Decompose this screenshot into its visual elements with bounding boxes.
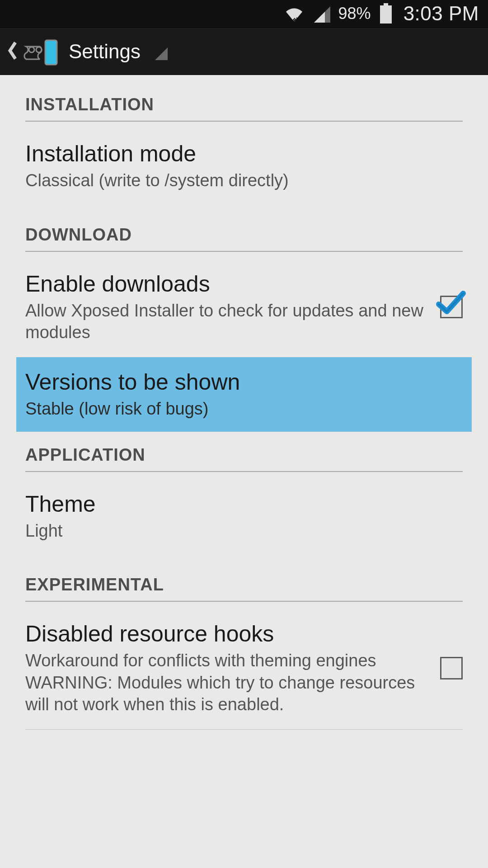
- status-bar: 98% 3:03 PM: [0, 0, 488, 27]
- section-download: DOWNLOAD: [0, 205, 488, 257]
- item-subtitle: Light: [25, 520, 463, 542]
- spinner-icon[interactable]: [155, 47, 168, 60]
- svg-rect-1: [380, 5, 392, 24]
- action-bar: Settings: [0, 27, 488, 75]
- item-subtitle: Allow Xposed Installer to check for upda…: [25, 300, 431, 344]
- checkbox-enable-downloads[interactable]: [440, 296, 463, 318]
- cell-signal-icon: [312, 5, 330, 23]
- item-installation-mode[interactable]: Installation mode Classical (write to /s…: [0, 127, 488, 205]
- section-header-experimental: EXPERIMENTAL: [25, 575, 463, 602]
- svg-point-5: [36, 47, 42, 52]
- item-title: Theme: [25, 491, 463, 517]
- wifi-icon: [284, 5, 304, 23]
- section-experimental: EXPERIMENTAL: [0, 555, 488, 607]
- section-header-installation: INSTALLATION: [25, 95, 463, 122]
- item-title: Enable downloads: [25, 271, 431, 297]
- svg-point-4: [29, 47, 34, 52]
- svg-rect-2: [45, 40, 57, 65]
- item-subtitle: Stable (low risk of bugs): [25, 398, 463, 420]
- item-subtitle: Classical (write to /system directly): [25, 170, 463, 192]
- clock: 3:03 PM: [404, 2, 479, 25]
- item-title: Versions to be shown: [25, 369, 463, 395]
- checkbox-disabled-resource-hooks[interactable]: [440, 657, 463, 679]
- section-header-download: DOWNLOAD: [25, 225, 463, 252]
- item-theme[interactable]: Theme Light: [0, 477, 488, 556]
- item-title: Disabled resource hooks: [25, 621, 431, 647]
- item-subtitle: Workaround for conflicts with theming en…: [25, 650, 431, 716]
- item-title: Installation mode: [25, 141, 463, 167]
- section-installation: INSTALLATION: [0, 75, 488, 127]
- page-title: Settings: [69, 40, 141, 63]
- item-versions-to-be-shown[interactable]: Versions to be shown Stable (low risk of…: [16, 357, 472, 432]
- battery-icon: [379, 3, 393, 24]
- svg-rect-0: [384, 3, 388, 5]
- app-icon[interactable]: [23, 38, 56, 65]
- item-enable-downloads[interactable]: Enable downloads Allow Xposed Installer …: [0, 257, 488, 357]
- section-header-application: APPLICATION: [25, 445, 463, 472]
- settings-content: INSTALLATION Installation mode Classical…: [0, 75, 488, 730]
- divider: [25, 729, 463, 730]
- battery-percent: 98%: [338, 4, 371, 23]
- back-icon[interactable]: [7, 41, 17, 62]
- section-application: APPLICATION: [0, 432, 488, 477]
- item-disabled-resource-hooks[interactable]: Disabled resource hooks Workaround for c…: [0, 607, 488, 729]
